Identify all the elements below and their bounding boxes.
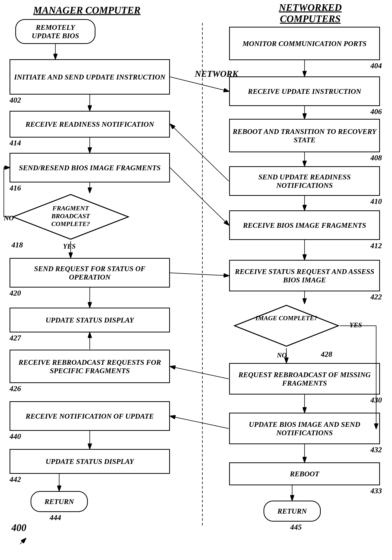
step-422-box: RECEIVE STATUS REQUEST AND ASSESS BIOS I…: [229, 260, 380, 291]
step-406-box: RECEIVE UPDATE INSTRUCTION: [229, 76, 380, 106]
step-408-num: 408: [370, 153, 382, 162]
step-412-box: RECEIVE BIOS IMAGE FRAGMENTS: [229, 210, 380, 240]
step-412-num: 412: [370, 241, 382, 250]
step-440-num: 440: [10, 432, 21, 441]
step-442-num: 442: [10, 475, 21, 484]
step-426-num: 426: [10, 384, 21, 393]
svg-line-24: [170, 124, 229, 181]
step-420-box: SEND REQUEST FOR STATUS OF OPERATION: [10, 258, 170, 288]
step-414-box: RECEIVE READINESS NOTIFICATION: [10, 111, 170, 138]
step-427-box: UPDATE STATUS DISPLAY: [10, 308, 170, 332]
svg-line-25: [170, 168, 229, 225]
step-402-num: 402: [10, 96, 21, 104]
step-426-box: RECEIVE REBROADCAST REQUESTS FOR SPECIFI…: [10, 350, 170, 383]
step-432-box: UPDATE BIOS IMAGE AND SEND NOTIFICATIONS: [229, 413, 380, 444]
right-column-header: NETWORKED COMPUTERS: [248, 2, 372, 24]
step-420-num: 420: [10, 289, 21, 298]
step-410-box: SEND UPDATE READINESS NOTIFICATIONS: [229, 166, 380, 196]
step-404-box: MONITOR COMMUNICATION PORTS: [229, 27, 380, 60]
step-414-num: 414: [10, 138, 21, 147]
diagram-number: 400: [11, 522, 26, 533]
step-433-num: 433: [370, 486, 382, 495]
end-445-node: RETURN: [264, 500, 321, 522]
step-430-box: REQUEST REBROADCAST OF MISSING FRAGMENTS: [229, 363, 380, 395]
step-418-num: 418: [11, 240, 23, 249]
step-406-num: 406: [370, 107, 382, 116]
step-430-num: 430: [370, 396, 382, 404]
step-427-num: 427: [10, 333, 21, 342]
step-428-no: NO: [277, 351, 287, 359]
step-428-yes: YES: [349, 321, 362, 329]
svg-line-27: [170, 366, 229, 379]
step-418-no: NO: [4, 214, 14, 222]
step-408-box: REBOOT AND TRANSITION TO RECOVERY STATE: [229, 119, 380, 152]
step-428-num: 428: [321, 350, 332, 359]
step-418-yes: YES: [63, 242, 76, 250]
start-node: REMOTELY UPDATE BIOS: [15, 19, 96, 44]
step-428-diamond: IMAGE COMPLETE?: [233, 304, 340, 348]
step-422-num: 422: [370, 292, 382, 301]
step-402-box: INITIATE AND SEND UPDATE INSTRUCTION: [10, 59, 170, 95]
step-416-box: SEND/RESEND BIOS IMAGE FRAGMENTS: [10, 153, 170, 182]
left-column-header: MANAGER COMPUTER: [15, 5, 158, 16]
end-444-node: RETURN: [30, 491, 88, 512]
svg-line-23: [170, 77, 229, 91]
step-416-num: 416: [10, 183, 21, 192]
end-444-num: 444: [50, 513, 61, 522]
step-432-num: 432: [370, 445, 382, 454]
step-440-box: RECEIVE NOTIFICATION OF UPDATE: [10, 401, 170, 431]
end-445-num: 445: [290, 522, 302, 531]
step-433-box: REBOOT: [229, 462, 380, 485]
svg-line-26: [170, 273, 229, 276]
svg-line-28: [170, 416, 229, 429]
step-410-num: 410: [370, 197, 382, 206]
step-442-box: UPDATE STATUS DISPLAY: [10, 449, 170, 474]
diagram-container: MANAGER COMPUTER NETWORKED COMPUTERS NET…: [0, 0, 392, 560]
step-404-num: 404: [370, 61, 382, 70]
svg-line-31: [20, 538, 26, 544]
step-418-diamond: FRAGMENT BROADCAST COMPLETE?: [11, 193, 130, 241]
